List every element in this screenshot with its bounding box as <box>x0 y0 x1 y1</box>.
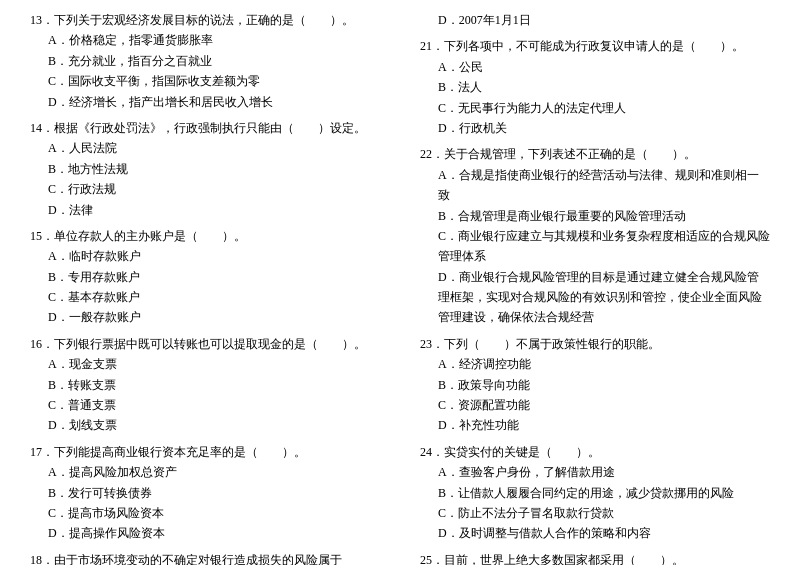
q17-optA: A．提高风险加权总资产 <box>30 462 380 482</box>
q20-optD: D．2007年1月1日 <box>420 10 770 30</box>
q24-text: 24．实贷实付的关键是（ ）。 <box>420 442 770 462</box>
left-column: 13．下列关于宏观经济发展目标的说法，正确的是（ ）。 A．价格稳定，指零通货膨… <box>30 10 390 565</box>
q24-optB: B．让借款人履履合同约定的用途，减少贷款挪用的风险 <box>420 483 770 503</box>
q21-optC: C．无民事行为能力人的法定代理人 <box>420 98 770 118</box>
q17-optC: C．提高市场风险资本 <box>30 503 380 523</box>
q23-optC: C．资源配置功能 <box>420 395 770 415</box>
q17-optD: D．提高操作风险资本 <box>30 523 380 543</box>
q23-optD: D．补充性功能 <box>420 415 770 435</box>
question-15: 15．单位存款人的主办账户是（ ）。 A．临时存款账户 B．专用存款账户 C．基… <box>30 226 380 328</box>
q13-optC: C．国际收支平衡，指国际收支差额为零 <box>30 71 380 91</box>
q16-optC: C．普通支票 <box>30 395 380 415</box>
q17-optB: B．发行可转换债券 <box>30 483 380 503</box>
q24-optD: D．及时调整与借款人合作的策略和内容 <box>420 523 770 543</box>
question-21: 21．下列各项中，不可能成为行政复议申请人的是（ ）。 A．公民 B．法人 C．… <box>420 36 770 138</box>
q21-optA: A．公民 <box>420 57 770 77</box>
q15-optA: A．临时存款账户 <box>30 246 380 266</box>
q25-text: 25．目前，世界上绝大多数国家都采用（ ）。 <box>420 550 770 565</box>
question-16: 16．下列银行票据中既可以转账也可以提取现金的是（ ）。 A．现金支票 B．转账… <box>30 334 380 436</box>
q24-optC: C．防止不法分子冒名取款行贷款 <box>420 503 770 523</box>
right-column: D．2007年1月1日 21．下列各项中，不可能成为行政复议申请人的是（ ）。 … <box>410 10 770 565</box>
q14-optB: B．地方性法规 <box>30 159 380 179</box>
q23-optA: A．经济调控功能 <box>420 354 770 374</box>
q18-text: 18．由于市场环境变动的不确定对银行造成损失的风险属于（ ）。 <box>30 550 380 565</box>
q15-optB: B．专用存款账户 <box>30 267 380 287</box>
q16-optA: A．现金支票 <box>30 354 380 374</box>
q13-optB: B．充分就业，指百分之百就业 <box>30 51 380 71</box>
q16-optB: B．转账支票 <box>30 375 380 395</box>
q22-optA: A．合规是指使商业银行的经营活动与法律、规则和准则相一致 <box>420 165 770 206</box>
q22-optC: C．商业银行应建立与其规模和业务复杂程度相适应的合规风险管理体系 <box>420 226 770 267</box>
q22-optB: B．合规管理是商业银行最重要的风险管理活动 <box>420 206 770 226</box>
question-23: 23．下列（ ）不属于政策性银行的职能。 A．经济调控功能 B．政策导向功能 C… <box>420 334 770 436</box>
question-22: 22．关于合规管理，下列表述不正确的是（ ）。 A．合规是指使商业银行的经营活动… <box>420 144 770 328</box>
q13-optA: A．价格稳定，指零通货膨胀率 <box>30 30 380 50</box>
q21-optB: B．法人 <box>420 77 770 97</box>
q22-optD: D．商业银行合规风险管理的目标是通过建立健全合规风险管理框架，实现对合规风险的有… <box>420 267 770 328</box>
q14-optD: D．法律 <box>30 200 380 220</box>
question-24: 24．实贷实付的关键是（ ）。 A．查验客户身份，了解借款用途 B．让借款人履履… <box>420 442 770 544</box>
q14-optA: A．人民法院 <box>30 138 380 158</box>
q16-optD: D．划线支票 <box>30 415 380 435</box>
q15-text: 15．单位存款人的主办账户是（ ）。 <box>30 226 380 246</box>
q15-optD: D．一般存款账户 <box>30 307 380 327</box>
q24-optA: A．查验客户身份，了解借款用途 <box>420 462 770 482</box>
question-14: 14．根据《行政处罚法》，行政强制执行只能由（ ）设定。 A．人民法院 B．地方… <box>30 118 380 220</box>
q15-optC: C．基本存款账户 <box>30 287 380 307</box>
q21-text: 21．下列各项中，不可能成为行政复议申请人的是（ ）。 <box>420 36 770 56</box>
question-25: 25．目前，世界上绝大多数国家都采用（ ）。 A．固定标价法 B．间接标价法 C… <box>420 550 770 565</box>
q16-text: 16．下列银行票据中既可以转账也可以提取现金的是（ ）。 <box>30 334 380 354</box>
q23-optB: B．政策导向功能 <box>420 375 770 395</box>
page-container: 13．下列关于宏观经济发展目标的说法，正确的是（ ）。 A．价格稳定，指零通货膨… <box>30 10 770 565</box>
question-17: 17．下列能提高商业银行资本充足率的是（ ）。 A．提高风险加权总资产 B．发行… <box>30 442 380 544</box>
q17-text: 17．下列能提高商业银行资本充足率的是（ ）。 <box>30 442 380 462</box>
question-18: 18．由于市场环境变动的不确定对银行造成损失的风险属于（ ）。 A．利率风险 B… <box>30 550 380 565</box>
q13-optD: D．经济增长，指产出增长和居民收入增长 <box>30 92 380 112</box>
q13-text: 13．下列关于宏观经济发展目标的说法，正确的是（ ）。 <box>30 10 380 30</box>
q14-text: 14．根据《行政处罚法》，行政强制执行只能由（ ）设定。 <box>30 118 380 138</box>
q22-text: 22．关于合规管理，下列表述不正确的是（ ）。 <box>420 144 770 164</box>
question-13: 13．下列关于宏观经济发展目标的说法，正确的是（ ）。 A．价格稳定，指零通货膨… <box>30 10 380 112</box>
q23-text: 23．下列（ ）不属于政策性银行的职能。 <box>420 334 770 354</box>
q14-optC: C．行政法规 <box>30 179 380 199</box>
two-column-layout: 13．下列关于宏观经济发展目标的说法，正确的是（ ）。 A．价格稳定，指零通货膨… <box>30 10 770 565</box>
question-20-d: D．2007年1月1日 <box>420 10 770 30</box>
q21-optD: D．行政机关 <box>420 118 770 138</box>
